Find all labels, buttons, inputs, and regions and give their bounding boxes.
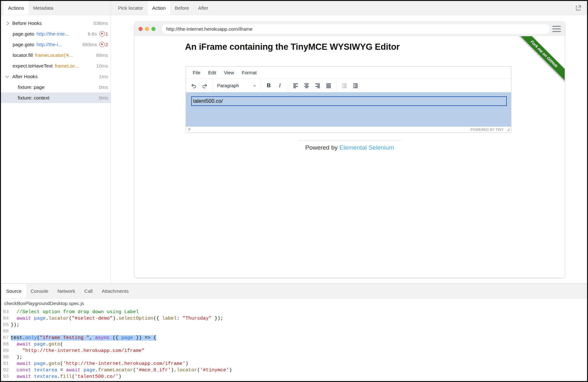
panel-tab-pick-locator[interactable]: Pick locator xyxy=(114,1,148,15)
line-number: 84 xyxy=(1,315,11,322)
redo-icon[interactable] xyxy=(200,81,210,90)
sidebar-tab-strip: ActionsMetadata xyxy=(1,1,111,15)
code-line-83: 83 //Select option from drop down using … xyxy=(1,309,587,315)
bottom-tab-network[interactable]: Network xyxy=(53,284,80,298)
chevron-down-icon[interactable] xyxy=(5,74,9,78)
top-toolbar: ActionsMetadata Pick locatorActionBefore… xyxy=(1,1,587,15)
action-duration: 1ms xyxy=(99,74,108,79)
page-content: An iFrame containing the TinyMCE WYSIWYG… xyxy=(135,36,565,278)
address-bar-url: http://the-internet.herokuapp.com/iframe xyxy=(166,26,253,32)
action-row-expect-tohavetext[interactable]: expect.toHaveTextframeLoc...10ms xyxy=(1,60,111,71)
line-number: 88 xyxy=(1,341,11,348)
align-justify-icon[interactable] xyxy=(324,81,333,90)
browser-screenshot[interactable]: http://the-internet.herokuapp.com/iframe… xyxy=(135,22,565,278)
minimize-window-icon[interactable] xyxy=(145,27,149,31)
bottom-tab-source[interactable]: Source xyxy=(2,284,26,298)
line-number: 87 xyxy=(1,335,11,341)
editor-target-paragraph[interactable]: talent500.co/ xyxy=(191,96,507,106)
elemental-selenium-link[interactable]: Elemental Selenium xyxy=(339,144,394,151)
code-line-93: 93 await textarea.fill('talent500.co/') xyxy=(1,374,587,380)
powered-by-line: Powered by Elemental Selenium xyxy=(135,144,565,151)
action-row-locator-fill[interactable]: locator.fillframeLocator('#...89ms xyxy=(1,50,111,60)
indent-icon[interactable] xyxy=(351,81,360,90)
panel-tab-action[interactable]: Action xyxy=(148,1,170,15)
code-line-92: 92 const textarea = await page.frameLoca… xyxy=(1,367,587,374)
chevron-down-icon xyxy=(253,84,256,88)
panel-tabs: Pick locatorActionBeforeAfter xyxy=(114,1,213,15)
line-number: 83 xyxy=(1,309,11,315)
editor-body-selection[interactable]: talent500.co/ xyxy=(186,92,511,126)
maximize-window-icon[interactable] xyxy=(151,27,156,31)
close-window-icon[interactable] xyxy=(138,27,143,31)
line-number: 91 xyxy=(1,361,11,367)
action-param: http://the-i... xyxy=(37,42,62,47)
action-row-page-goto[interactable]: page.gotohttp://the-inte...6.6s×1 xyxy=(1,28,111,39)
editor-menubar: FileEditViewFormat xyxy=(186,67,511,79)
panel-tab-after[interactable]: After xyxy=(193,1,213,15)
open-external-icon[interactable] xyxy=(575,5,582,12)
editor-statusbar: P POWERED BY TINY xyxy=(186,126,511,133)
panel-tab-before[interactable]: Before xyxy=(170,1,193,15)
code-line-90: 90 ); xyxy=(1,354,587,361)
action-duration: 536ms xyxy=(93,20,108,26)
sidebar-tab-actions[interactable]: Actions xyxy=(4,1,28,15)
outdent-icon[interactable] xyxy=(340,81,349,90)
action-title: fixture: context xyxy=(18,95,49,101)
align-center-icon[interactable] xyxy=(302,81,311,90)
code-line-87: 87test.only("iframe Testing ", async ({ … xyxy=(1,335,587,341)
action-row-after-hooks[interactable]: After Hooks1ms xyxy=(1,71,111,82)
action-row-before-hooks[interactable]: Before Hooks536ms xyxy=(1,18,111,28)
error-count: 1 xyxy=(105,31,108,37)
sidebar-tab-metadata[interactable]: Metadata xyxy=(28,1,58,15)
error-circle-x-icon: × xyxy=(99,31,105,37)
editor-toolbar: Paragraph B I xyxy=(186,79,511,92)
line-number: 86 xyxy=(1,328,11,335)
menu-item-file[interactable]: File xyxy=(189,70,204,75)
bottom-tab-call[interactable]: Call xyxy=(80,284,97,298)
menu-item-edit[interactable]: Edit xyxy=(204,70,220,75)
action-title: After Hooks xyxy=(12,74,38,79)
action-title: Before Hooks xyxy=(12,20,42,26)
code-line-85: 85}); xyxy=(1,322,587,328)
panel-tab-strip: Pick locatorActionBeforeAfter xyxy=(111,1,587,15)
action-row-page-goto[interactable]: page.gotohttp://the-i...693ms×2 xyxy=(1,39,111,50)
align-right-icon[interactable] xyxy=(313,81,322,90)
code-line-91: 91 await page.goto('http://the-internet.… xyxy=(1,361,587,367)
chevron-right-icon[interactable] xyxy=(5,21,9,25)
code-line-86: 86 xyxy=(1,328,587,335)
menu-item-view[interactable]: View xyxy=(220,70,238,75)
browser-chrome-bar: http://the-internet.herokuapp.com/iframe xyxy=(135,22,565,36)
action-row-fixture-context[interactable]: fixture: context0ms xyxy=(1,92,111,103)
paragraph-dropdown[interactable]: Paragraph xyxy=(216,83,258,88)
line-number: 85 xyxy=(1,322,11,328)
action-snapshot-panel: http://the-internet.herokuapp.com/iframe… xyxy=(111,15,587,283)
powered-by-text: Powered by xyxy=(305,144,340,151)
bold-button[interactable]: B xyxy=(264,81,274,90)
bottom-panel: SourceConsoleNetworkCallAttachments chec… xyxy=(1,283,587,381)
line-number: 90 xyxy=(1,354,11,361)
undo-icon[interactable] xyxy=(189,81,199,90)
fork-me-on-github-ribbon[interactable]: Fork me on GitHub xyxy=(514,36,565,86)
resize-handle-icon[interactable] xyxy=(507,128,510,132)
powered-by-tiny-label: POWERED BY TINY xyxy=(471,128,504,132)
action-param: frameLocator('#... xyxy=(35,52,73,58)
code-line-84: 84 await page.locator("#select-demo").se… xyxy=(1,315,587,322)
element-path: P xyxy=(188,128,191,132)
trace-viewer-window: ActionsMetadata Pick locatorActionBefore… xyxy=(0,0,588,382)
bottom-tab-attachments[interactable]: Attachments xyxy=(97,284,133,298)
action-duration: 6.6s xyxy=(88,31,97,37)
menu-item-format[interactable]: Format xyxy=(238,70,261,75)
action-param: http://the-inte... xyxy=(37,31,69,37)
menu-icon[interactable] xyxy=(552,26,561,32)
address-bar[interactable]: http://the-internet.herokuapp.com/iframe xyxy=(162,24,550,34)
italic-button[interactable]: I xyxy=(275,81,285,90)
action-duration: 89ms xyxy=(96,52,108,58)
code-line-88: 88 await page.goto( xyxy=(1,341,587,348)
page-title: An iFrame containing the TinyMCE WYSIWYG… xyxy=(185,42,400,52)
line-number: 93 xyxy=(1,374,11,380)
line-number: 89 xyxy=(1,348,11,354)
action-row-fixture-page[interactable]: fixture: page0ms xyxy=(1,82,111,92)
align-left-icon[interactable] xyxy=(291,81,300,90)
source-filename: checkBoxPlaygroundDesktop.spec.js xyxy=(1,299,587,308)
bottom-tab-console[interactable]: Console xyxy=(26,284,53,298)
